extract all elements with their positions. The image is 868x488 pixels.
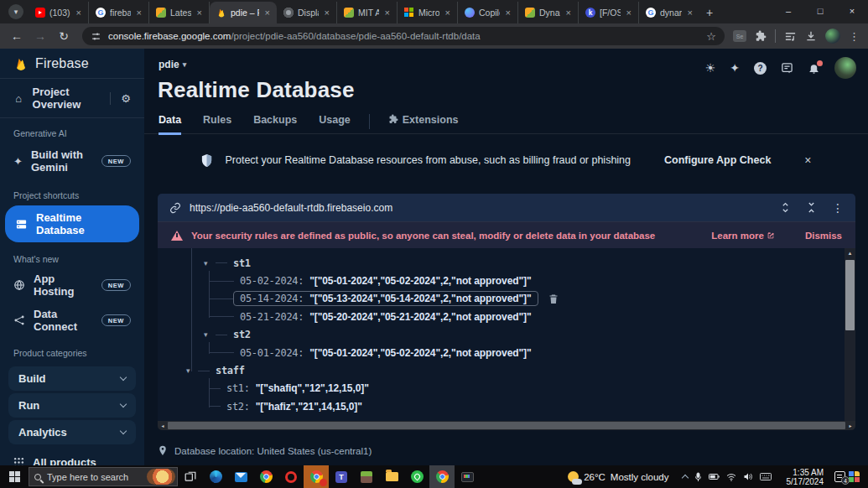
browser-profile-avatar[interactable]: [825, 29, 840, 44]
browser-tab[interactable]: Dynamic ×: [518, 2, 579, 23]
tab-close-icon[interactable]: ×: [75, 8, 83, 18]
new-tab-button[interactable]: +: [699, 3, 720, 23]
scroll-right-arrow[interactable]: ▸: [845, 423, 855, 428]
tab-backups[interactable]: Backups: [253, 114, 297, 135]
browser-menu-kebab-icon[interactable]: ⋮: [849, 30, 860, 43]
wifi-icon[interactable]: [726, 473, 736, 481]
action-center-button[interactable]: 4: [830, 471, 849, 482]
selected-node-box[interactable]: 05-14-2024: "["05-13-2024","05-14-2024",…: [233, 291, 538, 306]
vertical-scroll-thumb[interactable]: [845, 260, 855, 330]
scroll-left-arrow[interactable]: ◂: [158, 423, 168, 428]
gemini-sparkle-icon[interactable]: ✦: [730, 61, 740, 75]
tab-close-icon[interactable]: ×: [504, 8, 512, 18]
firebase-brand[interactable]: Firebase: [0, 49, 144, 79]
start-button[interactable]: [0, 465, 29, 488]
microphone-icon[interactable]: [694, 472, 702, 482]
theme-toggle-sun-icon[interactable]: ☀: [705, 61, 716, 75]
taskbar-edge-icon[interactable]: [203, 465, 228, 488]
configure-app-check-button[interactable]: Configure App Check: [664, 154, 771, 166]
tree-leaf[interactable]: 05-21-2024: "["05-20-2024","05-21-2024",…: [158, 308, 855, 325]
tab-close-icon[interactable]: ×: [564, 8, 573, 18]
collapse-all-icon[interactable]: [806, 201, 817, 214]
taskbar-chrome-profile-active-icon[interactable]: [304, 465, 329, 488]
collapse-caret-icon[interactable]: ▾: [204, 259, 216, 267]
tab-close-icon[interactable]: ×: [263, 8, 272, 18]
panel-menu-kebab-icon[interactable]: ⋮: [832, 201, 844, 215]
volume-icon[interactable]: [743, 472, 753, 481]
learn-more-link[interactable]: Learn more: [711, 231, 775, 241]
tab-rules[interactable]: Rules: [203, 114, 231, 135]
horizontal-scrollbar[interactable]: ◂ ▸: [158, 421, 855, 430]
category-run[interactable]: Run: [8, 393, 136, 418]
banner-close-icon[interactable]: ×: [804, 153, 811, 167]
tree-leaf-selected[interactable]: 05-14-2024: "["05-13-2024","05-14-2024",…: [158, 290, 855, 308]
tab-close-icon[interactable]: ×: [195, 8, 204, 18]
tab-close-icon[interactable]: ×: [625, 8, 633, 18]
tree-node-staff[interactable]: ▾ staff: [158, 361, 855, 379]
forward-button[interactable]: →: [30, 26, 50, 46]
dismiss-button[interactable]: Dismiss: [805, 231, 842, 241]
tab-extensions[interactable]: Extensions: [388, 114, 459, 135]
browser-tab[interactable]: Latest M ×: [149, 2, 210, 23]
taskbar-chrome-window-icon[interactable]: [429, 465, 455, 488]
delete-node-trash-icon[interactable]: [548, 293, 559, 304]
battery-icon[interactable]: [709, 473, 720, 480]
browser-tab[interactable]: G firebase ×: [89, 2, 149, 23]
side-panel-icon[interactable]: [784, 31, 797, 42]
browser-tab[interactable]: Display ×: [277, 2, 337, 23]
tree-leaf[interactable]: st2: "["hafiz","21",14,15,0]": [158, 397, 855, 415]
extensions-puzzle-icon[interactable]: [755, 30, 767, 42]
browser-tab[interactable]: k [F/OS] - ×: [579, 2, 639, 23]
touch-keyboard-icon[interactable]: [760, 473, 772, 480]
maximize-button[interactable]: □: [804, 0, 836, 22]
browser-tab[interactable]: G dynamic ×: [639, 2, 699, 23]
taskbar-mail-icon[interactable]: [228, 465, 253, 488]
hidden-icons-chevron[interactable]: [681, 475, 688, 481]
scroll-up-arrow[interactable]: ▲: [848, 248, 853, 258]
sidebar-item-build-with-gemini[interactable]: ✦ Build with Gemini NEW: [0, 142, 144, 180]
task-view-button[interactable]: [178, 465, 203, 488]
taskbar-opera-icon[interactable]: [278, 465, 304, 488]
address-bar[interactable]: console.firebase.google.com/project/pdie…: [82, 27, 725, 45]
widgets-icon[interactable]: [849, 471, 860, 482]
taskbar-minecraft-icon[interactable]: [354, 465, 379, 488]
taskbar-search-box[interactable]: Type here to search: [29, 467, 178, 486]
taskbar-file-explorer-icon[interactable]: [379, 465, 404, 488]
reload-button[interactable]: ↻: [54, 26, 74, 46]
tab-data[interactable]: Data: [159, 114, 181, 135]
site-info-icon[interactable]: [91, 31, 101, 42]
back-button[interactable]: ←: [7, 26, 27, 46]
minimize-button[interactable]: –: [772, 0, 804, 22]
sidebar-item-project-overview[interactable]: ⌂ Project Overview ⚙: [0, 79, 144, 118]
notifications-bell-icon[interactable]: [808, 62, 820, 75]
collapse-caret-icon[interactable]: ▾: [204, 330, 216, 339]
horizontal-scroll-thumb[interactable]: [168, 422, 845, 429]
tab-close-icon[interactable]: ×: [135, 8, 143, 18]
feedback-icon[interactable]: [781, 62, 793, 75]
user-avatar[interactable]: [834, 57, 856, 79]
browser-tab[interactable]: (103) Se ×: [29, 2, 89, 23]
taskbar-teams-icon[interactable]: T: [329, 465, 354, 488]
tree-leaf[interactable]: 05-02-2024: "["05-01-2024","05-02-2024",…: [158, 272, 855, 289]
tab-close-icon[interactable]: ×: [383, 8, 392, 18]
tab-close-icon[interactable]: ×: [686, 8, 694, 18]
taskbar-clock[interactable]: 1:35 AM 5/17/2024: [787, 468, 824, 486]
taskbar-whatsapp-icon[interactable]: [404, 465, 429, 488]
category-build[interactable]: Build: [8, 366, 136, 391]
taskbar-utility-app-icon[interactable]: [455, 465, 480, 488]
close-window-button[interactable]: ×: [836, 0, 868, 22]
sidebar-item-data-connect[interactable]: Data Connect NEW: [0, 303, 144, 338]
collapse-caret-icon[interactable]: ▾: [186, 366, 198, 375]
tree-leaf[interactable]: st1: "["shafiq","12",12,15,0]": [158, 380, 855, 397]
expand-all-icon[interactable]: [780, 201, 791, 214]
tree-node-st2[interactable]: ▾ st2: [158, 326, 855, 344]
browser-tab[interactable]: Microso ×: [398, 2, 458, 23]
browser-tab[interactable]: MIT App ×: [337, 2, 398, 23]
category-analytics[interactable]: Analytics: [8, 420, 136, 444]
database-url[interactable]: https://pdie-aa560-default-rtdb.firebase…: [190, 202, 392, 214]
bookmark-star-icon[interactable]: ☆: [706, 30, 716, 43]
vertical-scrollbar[interactable]: ▲: [845, 248, 855, 421]
tab-close-icon[interactable]: ×: [444, 8, 452, 18]
browser-tab-active[interactable]: pdie – R ×: [210, 2, 277, 23]
extension-badge-icon[interactable]: Se: [733, 30, 746, 42]
